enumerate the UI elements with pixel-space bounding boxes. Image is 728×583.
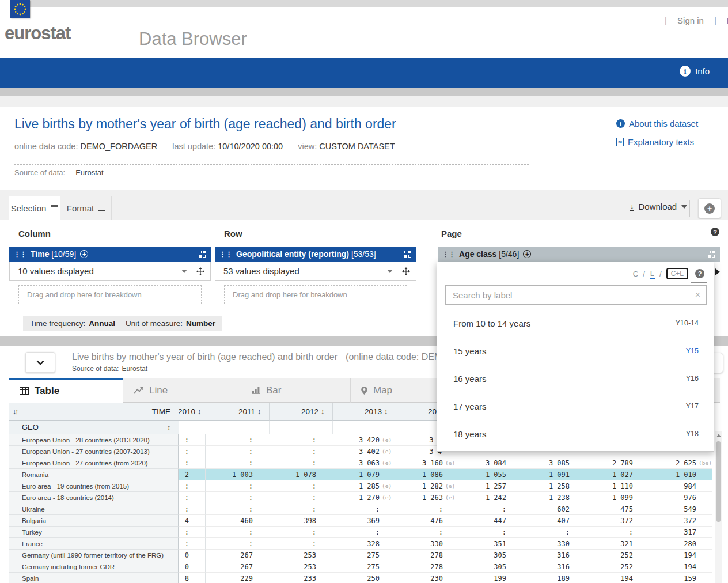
mode-code-label[interactable]: C+L <box>666 268 688 279</box>
data-cell[interactable]: : <box>269 504 332 515</box>
data-cell[interactable]: : <box>206 457 269 469</box>
filter-chip[interactable]: Unit of measure:Number <box>119 316 222 331</box>
mode-code[interactable]: C <box>633 270 638 278</box>
data-cell[interactable]: 2 789 <box>586 457 649 469</box>
data-cell[interactable]: : <box>396 527 459 538</box>
data-cell[interactable]: 267 <box>206 561 269 573</box>
data-cell[interactable]: : <box>206 480 269 492</box>
about-dataset-link[interactable]: i About this dataset <box>616 119 698 128</box>
data-cell[interactable]: 8 <box>179 573 206 583</box>
data-cell[interactable]: 233 <box>269 573 332 583</box>
data-cell[interactable]: 3 402(e) <box>332 446 396 457</box>
data-cell[interactable]: : <box>206 538 269 550</box>
data-cell[interactable]: 250 <box>332 573 396 583</box>
next-page-value-arrow[interactable] <box>715 268 720 275</box>
data-cell[interactable]: : <box>332 527 396 538</box>
table-scrollbar[interactable] <box>715 431 722 583</box>
data-cell[interactable]: : <box>459 504 522 515</box>
data-cell[interactable]: 194 <box>649 550 712 561</box>
data-cell[interactable]: 460 <box>206 515 269 527</box>
data-cell[interactable]: : <box>179 434 206 446</box>
view-tab-table[interactable]: Table <box>9 378 123 403</box>
data-cell[interactable]: 476 <box>396 515 459 527</box>
data-cell[interactable]: 253 <box>269 550 332 561</box>
data-cell[interactable]: : <box>586 527 649 538</box>
row-dropzone[interactable]: Drag and drop here for breakdown <box>224 285 407 304</box>
grid-view-icon[interactable] <box>404 251 412 258</box>
geo-values-dropdown[interactable]: 53 values displayed <box>215 262 416 281</box>
move-icon[interactable] <box>402 267 410 275</box>
year-column-header[interactable]: 2012↕ <box>269 403 332 421</box>
scroll-up-icon[interactable] <box>716 434 721 437</box>
data-cell[interactable]: 159 <box>649 573 712 583</box>
data-cell[interactable]: 194 <box>586 573 649 583</box>
year-column-header[interactable]: 2010↕ <box>179 403 206 421</box>
grid-view-icon[interactable] <box>199 251 206 258</box>
geo-row-label[interactable]: Bulgaria <box>9 515 179 527</box>
data-cell[interactable]: : <box>179 527 206 538</box>
data-cell[interactable]: 305 <box>459 561 522 573</box>
data-cell[interactable]: 317 <box>649 527 712 538</box>
data-cell[interactable]: 407 <box>522 515 586 527</box>
geo-row-label[interactable]: France <box>9 538 179 550</box>
data-cell[interactable]: : <box>179 480 206 492</box>
geo-row-label[interactable]: Ukraine <box>9 504 179 515</box>
help-icon[interactable]: ? <box>711 228 719 236</box>
drag-handle-icon[interactable]: ⋮⋮ <box>219 251 232 257</box>
data-cell[interactable]: 305 <box>459 550 522 561</box>
data-cell[interactable]: 372 <box>586 515 649 527</box>
data-cell[interactable]: 1 238 <box>522 492 586 504</box>
sort-icon[interactable]: ↕ <box>257 408 261 416</box>
data-cell[interactable]: 330 <box>522 538 586 550</box>
data-cell[interactable]: 330 <box>396 538 459 550</box>
age-class-option[interactable]: From 10 to 14 yearsY10-14 <box>437 309 714 337</box>
data-cell[interactable]: 252 <box>586 561 649 573</box>
sort-icon[interactable]: ↕ <box>384 408 388 416</box>
info-button[interactable]: i Info <box>680 66 710 77</box>
data-cell[interactable]: 1 003 <box>206 469 269 480</box>
geo-row-label[interactable]: Euro area - 19 countries (from 2015) <box>9 480 179 492</box>
data-cell[interactable]: 252 <box>586 550 649 561</box>
data-cell[interactable]: : <box>269 492 332 504</box>
sort-icon[interactable]: ↕ <box>167 423 170 431</box>
data-cell[interactable]: 1 078 <box>269 469 332 480</box>
geo-row-label[interactable]: Spain <box>9 573 179 583</box>
data-cell[interactable]: : <box>459 527 522 538</box>
data-cell[interactable]: : <box>206 504 269 515</box>
data-cell[interactable]: : <box>269 446 332 457</box>
data-cell[interactable]: : <box>269 480 332 492</box>
data-cell[interactable]: : <box>269 527 332 538</box>
data-cell[interactable]: 372 <box>649 515 712 527</box>
data-cell[interactable]: 1 086 <box>396 469 459 480</box>
geo-row-label[interactable]: Germany including former GDR <box>9 561 179 573</box>
data-cell[interactable]: 3 084 <box>459 457 522 469</box>
data-cell[interactable]: : <box>179 446 206 457</box>
add-button[interactable]: + <box>698 198 721 218</box>
data-cell[interactable]: : <box>396 504 459 515</box>
drag-handle-icon[interactable]: ⋮⋮ <box>442 251 455 257</box>
data-cell[interactable]: 369 <box>332 515 396 527</box>
data-cell[interactable]: 351 <box>459 538 522 550</box>
geo-row-label[interactable]: European Union - 27 countries (from 2020… <box>9 457 179 469</box>
view-tab-bar[interactable]: Bar <box>241 378 350 403</box>
data-cell[interactable]: 1 282(e) <box>396 480 459 492</box>
data-cell[interactable]: 1 257 <box>459 480 522 492</box>
data-cell[interactable]: 1 270(e) <box>332 492 396 504</box>
search-input[interactable] <box>453 290 695 300</box>
geo-row-label[interactable]: Germany (until 1990 former territory of … <box>9 550 179 561</box>
sort-icon[interactable]: ↕ <box>198 408 201 416</box>
data-cell[interactable]: 4 <box>179 515 206 527</box>
add-values-icon[interactable]: + <box>80 250 88 258</box>
clear-search-icon[interactable]: × <box>695 290 700 300</box>
data-cell[interactable]: 275 <box>332 561 396 573</box>
data-cell[interactable]: : <box>206 492 269 504</box>
table-corner-cell[interactable]: ↓↑TIME <box>9 403 179 421</box>
sign-in-link[interactable]: Sign in <box>677 16 704 25</box>
data-cell[interactable]: 3 085 <box>522 457 586 469</box>
tab-selection[interactable]: Selection <box>9 196 60 220</box>
data-cell[interactable]: 1 263(e) <box>396 492 459 504</box>
scrollbar-thumb[interactable] <box>716 441 721 522</box>
data-cell[interactable]: 316 <box>522 561 586 573</box>
data-cell[interactable]: 984 <box>649 480 712 492</box>
data-cell[interactable]: 447 <box>459 515 522 527</box>
